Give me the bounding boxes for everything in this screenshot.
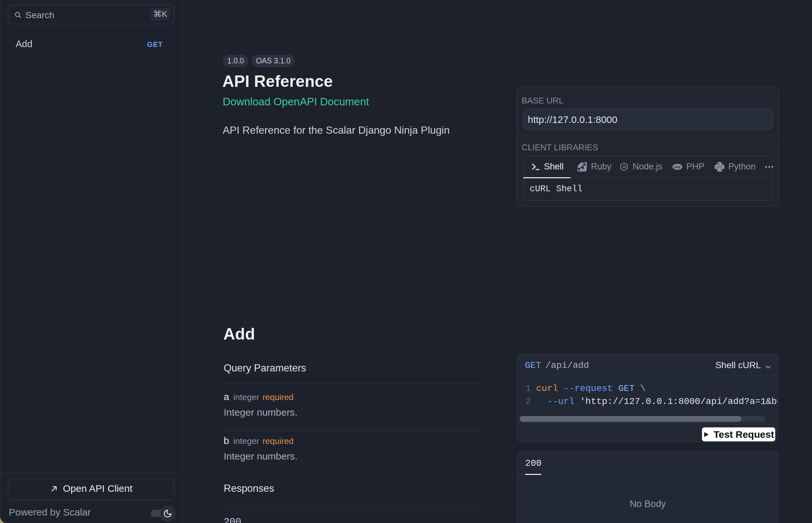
svg-text:JS: JS — [622, 165, 626, 169]
svg-text:php: php — [674, 165, 681, 168]
